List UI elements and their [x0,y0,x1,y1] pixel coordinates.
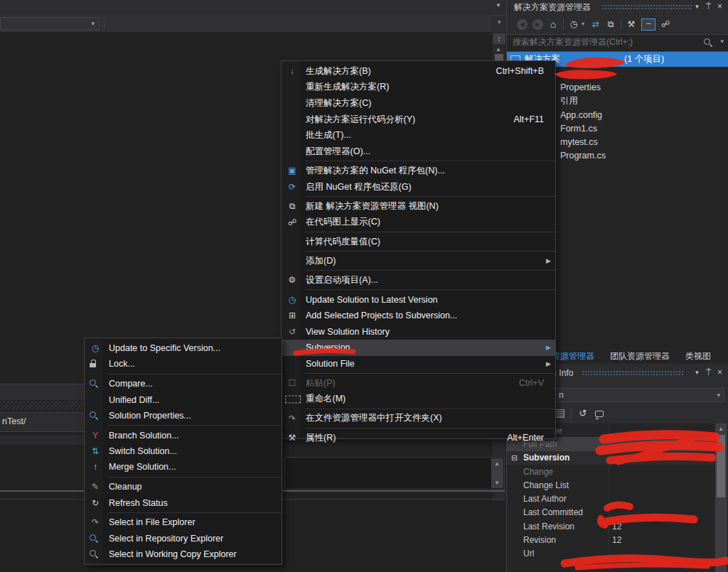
menu-item-label: Select in File Explorer [109,517,196,527]
grid-icon[interactable] [555,409,564,418]
grid-row[interactable]: Change [507,465,716,478]
menu-item[interactable]: ✎Cleanup [85,479,282,495]
pin-icon[interactable]: ⍑ [703,1,714,11]
menu-separator [305,161,555,161]
menu-shortcut: Alt+Enter [507,433,544,443]
search-dropdown-icon[interactable]: ▾ [720,38,724,45]
menu-item[interactable]: 重新生成解决方案(R) [282,80,555,96]
menu-chevron-icon[interactable]: ▼ [496,2,501,9]
commit-box-scrollbar[interactable]: ▲ ▼ [491,458,503,488]
menu-separator [305,428,555,428]
scroll-up-icon[interactable]: ▲ [491,460,503,467]
grid-row[interactable]: Url [507,547,716,561]
menu-item[interactable]: Select in Working Copy Explorer [85,546,282,562]
switch-icon: ⇅ [88,446,102,456]
grid-row[interactable]: Last Author [507,492,716,505]
solution-explorer-titlebar[interactable]: 解决方案资源管理器 ▾ ⍑ × [507,0,728,14]
grid-row[interactable]: Revision12 [507,533,716,546]
menu-item[interactable]: ◷Update to Specific Version... [85,340,282,356]
menu-item[interactable]: 计算代码度量值(C) [282,234,555,250]
toolbar-divider [571,408,572,419]
menu-item[interactable]: ⊞Add Selected Projects to Subversion... [282,308,555,324]
menu-item[interactable]: ↓生成解决方案(B)Ctrl+Shift+B [282,63,555,80]
preview-icon[interactable]: ⧉ [606,19,616,29]
menu-item[interactable]: Solution Properties... [85,408,282,423]
nuget-restore-icon: ⟳ [285,182,299,192]
grid-scrollbar[interactable]: ▲ [715,423,727,572]
menu-item[interactable]: 重命名(M) [282,391,555,407]
menu-item[interactable]: ◷Update Solution to Latest Version [282,291,555,308]
menu-item[interactable]: 清理解决方案(C) [282,95,555,112]
menu-bar [0,0,506,16]
menu-item[interactable]: ↺View Solution History [282,323,555,340]
pin-icon[interactable]: ⍑ [703,367,714,377]
menu-item[interactable]: 添加(D)▶ [282,253,555,269]
home-icon[interactable]: ⌂ [548,19,558,29]
close-icon[interactable]: × [714,1,725,11]
menu-item[interactable]: ⟳启用 NuGet 程序包还原(G) [282,179,555,195]
menu-item[interactable]: 批生成(T)... [282,127,555,144]
menu-item[interactable]: ☍在代码图上显示(C) [282,215,555,231]
dropdown-arrow-icon[interactable]: ▾ [498,18,501,26]
menu-item[interactable]: ↻Refresh Status [85,495,282,510]
menu-item[interactable]: ⇅Switch Solution... [85,443,282,459]
grid-row-value: 12 [612,535,621,545]
grid-row[interactable]: ⊟Subversion [507,451,716,465]
grid-row[interactable]: Change List [507,478,716,492]
search-box[interactable]: ▾ [507,35,728,52]
menu-item[interactable]: ▣管理解决方案的 NuGet 程序包(N)... [282,163,555,179]
toolbar-divider [563,18,564,30]
menu-item[interactable]: ↑Merge Solution... [85,459,282,475]
chevron-down-icon[interactable]: ▾ [692,3,702,10]
menu-item[interactable]: 配置管理器(O)... [282,144,555,160]
tab-class-view[interactable]: 类视图 [685,350,711,362]
solution-explorer-toolbar: ◀ ▶ ⌂ ◷ ▾ ⇄ ⧉ ⚒ − ☍ [507,14,728,35]
menu-item-label: 启用 NuGet 程序包还原(G) [306,181,412,193]
expander-collapse-icon[interactable]: ⊟ [511,453,518,463]
menu-item-label: 在文件资源管理器中打开文件夹(X) [306,412,442,424]
menu-item[interactable]: Unified Diff... [85,392,282,407]
menu-item[interactable]: Select in Repository Explorer [85,531,282,546]
sync-icon[interactable]: ⇄ [591,19,601,29]
collapse-all-icon[interactable]: − [641,18,655,31]
menu-item[interactable]: 对解决方案运行代码分析(Y)Alt+F11 [282,112,555,128]
menu-item[interactable]: Subversion▶ [282,340,555,356]
menu-item[interactable]: ⚙设置启动项目(A)... [282,272,555,288]
menu-item[interactable]: ☐粘贴(P)Ctrl+V [282,375,555,392]
pending-changes-icon[interactable]: ◷ [569,19,579,29]
comment-icon[interactable] [594,409,604,419]
toolbar-combobox[interactable]: ▾ [0,17,100,31]
grid-row[interactable]: Last Committed [507,506,716,519]
menu-item[interactable]: ⧉新建 解决方案资源管理器 视图(N) [282,198,555,215]
scrollbar-splitter-handle[interactable]: ↕ [493,33,505,44]
dropdown-arrow-icon[interactable]: ▾ [580,19,586,29]
search-icon[interactable] [702,38,712,48]
menu-item-label: Unified Diff... [109,395,159,405]
update-icon: ◷ [285,295,299,305]
scroll-up-icon[interactable]: ▲ [493,46,504,53]
codemap-icon[interactable]: ☍ [660,19,670,29]
branch-icon: Y [88,431,102,441]
scroll-down-icon[interactable]: ▼ [491,480,503,486]
back-icon[interactable]: ◀ [517,19,528,30]
menu-item[interactable]: Compare... [85,376,282,392]
search-input[interactable] [511,36,692,48]
forward-icon[interactable]: ▶ [532,19,543,30]
scroll-up-icon[interactable]: ▲ [715,426,727,432]
chevron-down-icon[interactable]: ▾ [692,369,702,376]
menu-item[interactable]: ↷在文件资源管理器中打开文件夹(X) [282,411,555,427]
wrench-icon[interactable]: ⚒ [626,19,636,29]
menu-item[interactable]: YBranch Solution... [85,428,282,443]
menu-item[interactable]: ⚒属性(R)Alt+Enter [282,430,555,446]
menu-item[interactable]: Solution File▶ [282,356,555,372]
commit-message-box[interactable]: ▲ ▼ [284,457,505,490]
submenu-arrow-icon: ▶ [546,257,551,264]
menu-item[interactable]: ↷Select in File Explorer [85,514,282,530]
nuget-icon: ▣ [285,166,299,176]
menu-item[interactable]: Lock... [85,356,282,372]
grid-row[interactable]: Last Revision12 [507,519,716,533]
close-icon[interactable]: × [714,367,725,377]
history-icon[interactable]: ↺ [578,409,588,419]
tab-team-explorer[interactable]: 团队资源管理器 [610,350,670,362]
scrollbar-thumb[interactable] [717,435,725,497]
